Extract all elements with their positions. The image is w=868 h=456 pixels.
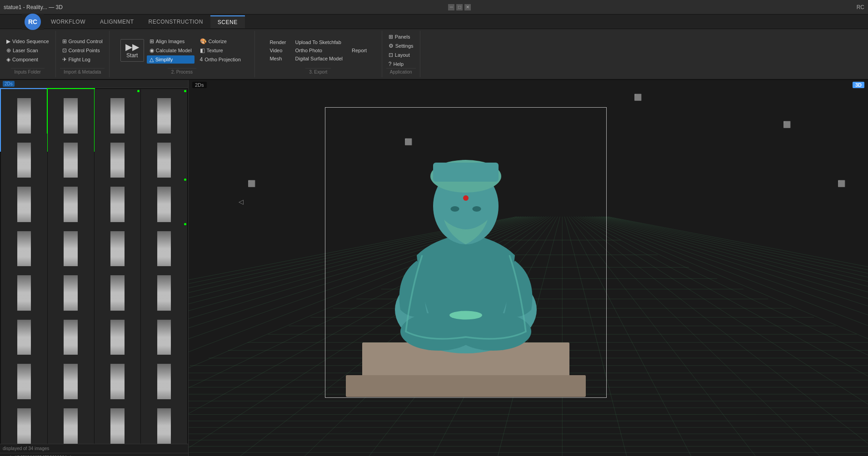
laser-icon: ⊕ [6,47,11,54]
process-col2: 🎨 Colorize ◧ Texture 4 Ortho Projection [197,37,244,64]
render-item[interactable]: Render [267,39,289,46]
start-button[interactable]: ▶▶ Start [120,39,144,62]
image-dot [184,178,186,181]
ortho-proj-icon: 4 [200,56,203,63]
left-panel: 2Ds 110265220325176119112121911012520115… [0,80,189,456]
process-content: ▶▶ Start ⊞ Align Images ◉ Calculate Mode… [120,33,244,68]
export-label: 3. Export [305,68,331,75]
svg-rect-1 [346,375,586,397]
metadata-content: ⊞ Ground Control ⊡ Control Points ✈ Flig… [60,33,105,68]
help-icon: ? [389,61,392,67]
ortho-proj-item[interactable]: 4 Ortho Projection [197,55,244,64]
layout-item[interactable]: ⊡ Layout [386,51,416,59]
colorize-item[interactable]: 🎨 Colorize [197,37,244,45]
statue-svg [329,103,602,402]
close-button[interactable]: ✕ [464,4,471,10]
upload-sketchfab-item[interactable]: Upload To Sketchfab [293,39,346,46]
thumb-inner [64,408,78,444]
titlebar-left: statue1 - Reality... — 3D [4,4,63,10]
viewport-3d[interactable]: 2Ds 3D ⬜ ⬜ ⬜ ⬜ ⬜ ◁ [189,80,868,456]
svg-point-10 [449,311,482,319]
help-item[interactable]: ? Help [386,60,416,68]
process-label: 2. Process [168,68,196,75]
tab-alignment[interactable]: ALIGNMENT [93,16,141,28]
tab-workflow[interactable]: WORKFLOW [44,16,93,28]
image-thumb [95,399,141,444]
tab-scene[interactable]: SCENE [210,15,245,28]
process-col: ⊞ Align Images ◉ Calculate Model △ Simpl… [147,37,195,64]
ribbon-content: ▶ Video Sequence ⊕ Laser Scan ◈ Componen… [0,29,868,79]
inputs-content: ▶ Video Sequence ⊕ Laser Scan ◈ Componen… [4,33,52,68]
video-sequence-item[interactable]: ▶ Video Sequence [4,37,52,45]
panels-item[interactable]: ⊞ Panels [386,33,416,41]
image-dot [184,90,186,92]
calculate-icon: ◉ [150,47,154,54]
ribbon-group-inputs: ▶ Video Sequence ⊕ Laser Scan ◈ Componen… [0,31,56,77]
thumb-inner [157,408,171,444]
colorize-icon: 🎨 [200,38,207,45]
left-panel-info: mock_HDCIM100MSDCFDSC00664.jpeg 9x9 | fo… [0,453,188,456]
control-points-item[interactable]: ⊡ Control Points [60,46,105,55]
thumb-inner [110,408,125,444]
image-cell-31[interactable] [95,399,141,444]
viewport-badge-3d: 3D [853,82,864,88]
image-cell-32[interactable]: 371 [141,399,187,444]
viewport-label-2d: 2Ds [192,82,207,88]
left-panel-header: 2Ds [0,80,188,88]
export-content: Render Video Mesh Upload To Sketchfab Or… [267,33,369,68]
tab-reconstruction[interactable]: RECONSTRUCTION [141,16,210,28]
texture-item[interactable]: ◧ Texture [197,46,244,55]
image-grid: 1102652203251761191121219110125201154210… [0,88,188,444]
calculate-model-item[interactable]: ◉ Calculate Model [147,46,195,55]
svg-point-11 [463,195,469,201]
flight-log-item[interactable]: ✈ Flight Log [60,55,105,64]
left-panel-footer: displayed of 34 images [0,444,188,453]
simplify-item[interactable]: △ Simplify [147,55,195,64]
mesh-item[interactable]: Mesh [267,55,289,62]
application-label: Application [386,68,416,75]
export-col2: Upload To Sketchfab Ortho Photo Digital … [293,39,346,62]
ribbon: RC WORKFLOW ALIGNMENT RECONSTRUCTION SCE… [0,15,868,80]
svg-point-6 [450,206,459,212]
statue-container [316,98,616,407]
viewport-header: 2Ds 3D [189,80,868,90]
metadata-col: ⊞ Ground Control ⊡ Control Points ✈ Flig… [60,37,105,64]
minimize-button[interactable]: ─ [448,4,454,10]
image-thumb [141,399,187,444]
camera-marker-1: ⬜ [248,180,255,187]
title-text: statue1 - Reality... — 3D [4,4,63,10]
camera-marker-5: ⬜ [838,180,845,187]
export-col1: Render Video Mesh [267,39,289,62]
maximize-button[interactable]: □ [456,4,463,10]
ground-control-item[interactable]: ⊞ Ground Control [60,37,105,45]
align-images-item[interactable]: ⊞ Align Images [147,37,195,45]
thumb-inner [17,408,31,444]
flight-log-icon: ✈ [62,56,67,63]
image-thumb [48,399,94,444]
image-dot [184,223,186,225]
settings-icon: ⚙ [389,43,394,49]
laser-scan-item[interactable]: ⊕ Laser Scan [4,46,52,55]
app-label: RC [857,4,864,10]
camera-marker-4: ⬜ [783,121,791,128]
align-icon: ⊞ [150,38,154,45]
report-item[interactable]: Report [349,47,369,54]
camera-icon-arrow: ◁ [239,198,244,205]
metadata-label: Import & Metadata [60,68,105,75]
panel-badge-2d: 2Ds [3,81,15,87]
export-col3: Report [349,47,369,54]
svg-point-7 [472,206,481,212]
ribbon-group-application: ⊞ Panels ⚙ Settings ⊡ Layout ? Help [382,31,420,77]
ortho-photo-item[interactable]: Ortho Photo [293,47,346,54]
image-cell-30[interactable]: 371 [48,399,94,444]
settings-item[interactable]: ⚙ Settings [386,42,416,50]
video-icon: ▶ [6,38,10,45]
image-cell-29[interactable]: 396 [1,399,47,444]
svg-rect-5 [433,163,499,182]
component-item[interactable]: ◈ Component [4,55,52,64]
video-item[interactable]: Video [267,47,289,54]
component-icon: ◈ [6,56,10,63]
control-points-icon: ⊡ [62,47,67,54]
dsm-item[interactable]: Digital Surface Model [293,55,346,62]
ground-control-icon: ⊞ [62,38,67,45]
